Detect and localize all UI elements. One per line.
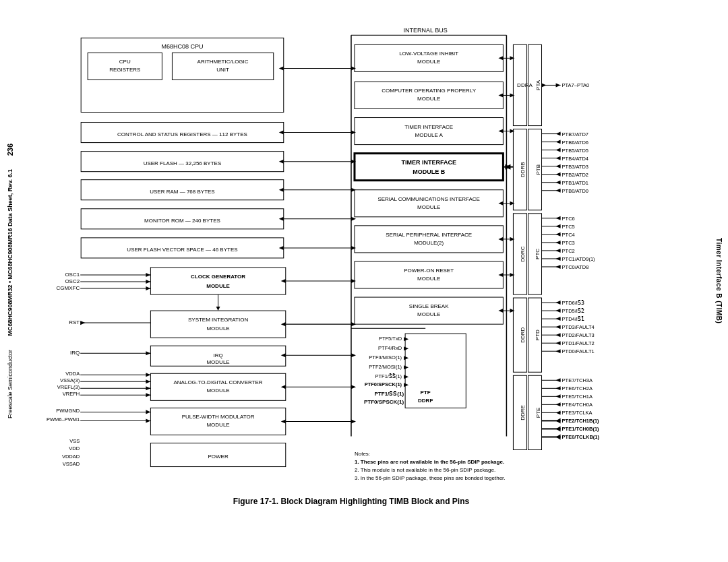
svg-marker-179 [556,265,561,269]
svg-text:MODULE: MODULE [206,325,229,332]
svg-text:VSSAD: VSSAD [63,461,80,467]
svg-rect-29 [150,268,285,294]
cpu-registers-label: CPU [119,59,131,65]
irq-label: IRQ [213,352,222,358]
svg-text:PTC3: PTC3 [562,240,575,246]
svg-text:VDD: VDD [69,445,80,451]
svg-text:PTC5: PTC5 [562,224,575,230]
svg-rect-69 [355,118,503,145]
svg-marker-145 [556,164,561,168]
svg-marker-242 [146,286,150,290]
svg-text:PTC2: PTC2 [562,248,575,254]
svg-text:PTC6: PTC6 [562,216,575,222]
svg-marker-226 [556,418,561,423]
svg-marker-232 [556,434,561,439]
svg-marker-39 [281,322,286,326]
svg-text:PTE: PTE [535,408,541,418]
svg-text:MODULE: MODULE [417,276,440,282]
monitor-rom-label: MONITOR ROM — 240 BYTES [144,218,220,224]
svg-marker-170 [556,241,561,245]
svg-marker-214 [556,386,561,390]
svg-marker-93 [510,273,514,277]
svg-marker-28 [351,246,356,250]
svg-text:VSSA(3): VSSA(3) [60,377,80,383]
svg-text:VDDAD: VDDAD [62,454,80,460]
svg-marker-72 [498,129,503,133]
svg-marker-263 [146,410,150,414]
svg-rect-74 [355,154,503,181]
svg-marker-167 [556,232,561,237]
svg-marker-201 [556,341,561,345]
svg-text:PTE7/TCH3A: PTE7/TCH3A [562,377,593,383]
spi-label: SERIAL PERIPHERAL INTERFACE [386,232,472,238]
svg-text:PWM6–PWM1: PWM6–PWM1 [47,416,80,423]
svg-text:OSC1: OSC1 [65,272,80,278]
clock-gen-label: CLOCK GENERATOR [191,274,245,280]
svg-marker-245 [80,321,85,325]
svg-text:DDRD: DDRD [520,327,526,342]
svg-text:PTE0/TCLKB(1): PTE0/TCLKB(1) [562,434,600,440]
svg-marker-204 [556,349,561,353]
svg-marker-173 [556,249,561,253]
svg-marker-220 [556,402,561,406]
svg-text:PTC: PTC [535,249,541,259]
svg-text:PTB0/ATD0: PTB0/ATD0 [562,188,588,194]
svg-marker-33 [351,279,356,283]
svg-text:PTE2/TCH1B(1): PTE2/TCH1B(1) [562,418,600,424]
svg-text:PTF0/SPSCK(1): PTF0/SPSCK(1) [364,399,404,405]
svg-marker-161 [556,216,561,220]
svg-marker-117 [404,383,408,387]
svg-marker-139 [556,148,561,152]
svg-text:VREFH: VREFH [63,391,80,397]
svg-text:PTB: PTB [535,164,541,175]
svg-marker-11 [279,131,284,135]
svg-marker-239 [146,280,150,284]
svg-marker-111 [404,365,408,369]
svg-text:1. These pins are not availabl: 1. These pins are not available in the 5… [355,459,504,465]
svg-text:DDRC: DDRC [520,246,526,261]
svg-marker-82 [498,201,503,206]
svg-rect-4 [172,53,273,80]
svg-text:RST: RST [69,319,80,325]
svg-marker-7 [279,66,284,70]
svg-marker-189 [556,309,561,313]
svg-text:PTC0/ATD8: PTC0/ATD8 [562,264,589,270]
cop-label: COMPUTER OPERATING PROPERLY [382,88,476,94]
svg-marker-62 [498,56,503,60]
user-ram-label: USER RAM — 768 BYTES [150,189,214,195]
svg-marker-83 [510,201,514,206]
svg-marker-67 [498,93,503,97]
svg-text:MODULE(2): MODULE(2) [414,240,444,246]
svg-marker-49 [281,385,286,389]
svg-marker-229 [556,426,561,431]
adc-label: ANALOG-TO-DIGITAL CONVERTER [173,379,262,385]
svg-text:PTE1/TCH0B(1): PTE1/TCH0B(1) [562,426,600,432]
svg-text:PTF5/TxD: PTF5/TxD [379,336,402,342]
svg-text:PTB2/ATD2: PTB2/ATD2 [562,172,588,178]
svg-rect-64 [355,82,503,108]
svg-text:PTB1/ATD1: PTB1/ATD1 [562,180,588,186]
svg-text:DDRF: DDRF [418,398,433,404]
svg-text:UNIT: UNIT [216,67,229,73]
svg-marker-164 [556,224,561,228]
svg-text:MODULE A: MODULE A [415,132,444,138]
svg-text:PTB6/ATD6: PTB6/ATD6 [562,139,588,146]
svg-text:VDDA: VDDA [65,371,80,377]
svg-text:PTA: PTA [535,80,541,90]
svg-marker-35 [216,307,220,311]
svg-marker-105 [404,346,408,350]
svg-marker-98 [510,309,514,313]
svg-text:PTF2/MOSI(1): PTF2/MOSI(1) [369,364,402,370]
svg-text:PTD: PTD [535,330,541,340]
ctrl-status-label: CONTROL AND STATUS REGISTERS — 112 BYTES [117,131,247,137]
alu-label: ARITHMETIC/LOGIC [198,59,249,65]
svg-text:IRQ: IRQ [70,350,80,356]
svg-marker-88 [510,237,514,241]
svg-marker-19 [279,188,284,192]
svg-marker-8 [351,66,356,70]
svg-marker-97 [498,309,503,313]
svg-marker-266 [146,418,150,423]
svg-text:PTF1/S̄S̄(1): PTF1/S̄S̄(1) [375,391,404,397]
sci-label: SERIAL COMMUNICATIONS INTERFACE [377,196,480,202]
right-margin: Timer Interface B (TIMB) [709,0,728,562]
